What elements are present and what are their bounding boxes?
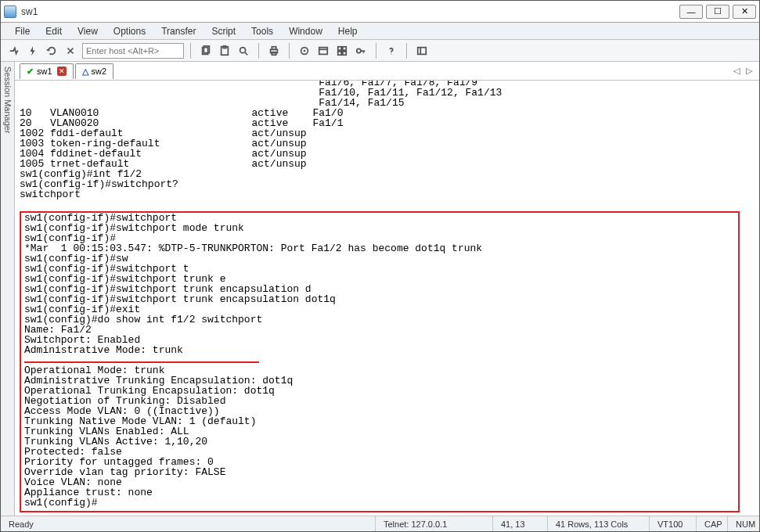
- menu-edit[interactable]: Edit: [38, 24, 70, 38]
- status-size: 41 Rows, 113 Cols: [548, 516, 650, 531]
- quick-connect-icon[interactable]: [24, 42, 41, 59]
- status-num: NUM: [728, 516, 759, 531]
- print-icon[interactable]: [265, 42, 283, 59]
- status-cap: CAP: [697, 516, 728, 531]
- status-emulation: VT100: [650, 516, 697, 531]
- svg-rect-13: [338, 51, 341, 54]
- connect-icon[interactable]: [5, 42, 23, 59]
- menu-options[interactable]: Options: [106, 24, 153, 38]
- scroll-tabs-left-icon[interactable]: ◁: [731, 66, 742, 77]
- window-title: sw1: [21, 6, 679, 17]
- statusbar: Ready Telnet: 127.0.0.1 41, 13 41 Rows, …: [1, 516, 759, 531]
- app-window: sw1 — ☐ ✕ File Edit View Options Transfe…: [0, 0, 760, 532]
- warning-icon: △: [82, 66, 88, 77]
- menu-help[interactable]: Help: [330, 24, 366, 38]
- menu-file[interactable]: File: [7, 24, 38, 38]
- menu-transfer[interactable]: Transfer: [153, 24, 204, 38]
- svg-rect-12: [343, 46, 346, 49]
- status-cursor-pos: 41, 13: [493, 516, 548, 531]
- menubar: File Edit View Options Transfer Script T…: [1, 23, 759, 40]
- close-button[interactable]: ✕: [733, 5, 756, 19]
- menu-window[interactable]: Window: [281, 24, 330, 38]
- status-connection: Telnet: 127.0.0.1: [376, 516, 493, 531]
- highlight-box: sw1(config-if)#switchport sw1(config-if)…: [20, 211, 740, 512]
- paste-icon[interactable]: [216, 42, 233, 59]
- connected-icon: ✔: [27, 66, 34, 77]
- copy-icon[interactable]: [197, 42, 214, 59]
- help-icon[interactable]: [383, 42, 400, 59]
- tab-label: sw1: [37, 66, 52, 76]
- svg-rect-10: [319, 47, 328, 54]
- titlebar: sw1 — ☐ ✕: [1, 1, 759, 23]
- tab-close-icon[interactable]: ✕: [57, 66, 67, 76]
- svg-rect-11: [338, 46, 341, 49]
- svg-rect-14: [343, 51, 346, 54]
- tab-label: sw2: [92, 66, 107, 76]
- tab-sw1[interactable]: ✔ sw1 ✕: [20, 63, 74, 79]
- scroll-tabs-right-icon[interactable]: ▷: [744, 66, 755, 77]
- svg-point-15: [357, 49, 361, 52]
- minimize-button[interactable]: —: [679, 5, 703, 19]
- toolbar: [1, 40, 759, 62]
- properties-icon[interactable]: [296, 42, 313, 59]
- svg-point-9: [304, 49, 306, 52]
- disconnect-icon[interactable]: [62, 42, 79, 59]
- tab-sw2[interactable]: △ sw2: [75, 63, 114, 79]
- menu-view[interactable]: View: [70, 24, 106, 38]
- tabstrip: ✔ sw1 ✕ △ sw2 ◁ ▷: [15, 62, 759, 81]
- app-icon: [4, 5, 16, 18]
- session-manager-tab[interactable]: Session Manager: [1, 62, 15, 516]
- svg-rect-6: [272, 46, 276, 49]
- toggle-panel-icon[interactable]: [413, 42, 430, 59]
- svg-rect-17: [418, 47, 427, 54]
- maximize-button[interactable]: ☐: [706, 5, 729, 19]
- terminal-output[interactable]: Fa1/6, Fa1/7, Fa1/8, Fa1/9 Fa1/10, Fa1/1…: [15, 81, 759, 516]
- svg-point-4: [240, 47, 246, 52]
- find-icon[interactable]: [235, 42, 252, 59]
- reconnect-icon[interactable]: [43, 42, 60, 59]
- svg-point-16: [391, 53, 391, 54]
- session-options-icon[interactable]: [315, 42, 332, 59]
- key-icon[interactable]: [352, 42, 369, 59]
- status-ready: Ready: [1, 516, 376, 531]
- menu-tools[interactable]: Tools: [243, 24, 281, 38]
- host-input[interactable]: [82, 43, 184, 59]
- global-options-icon[interactable]: [333, 42, 351, 59]
- menu-script[interactable]: Script: [204, 24, 243, 38]
